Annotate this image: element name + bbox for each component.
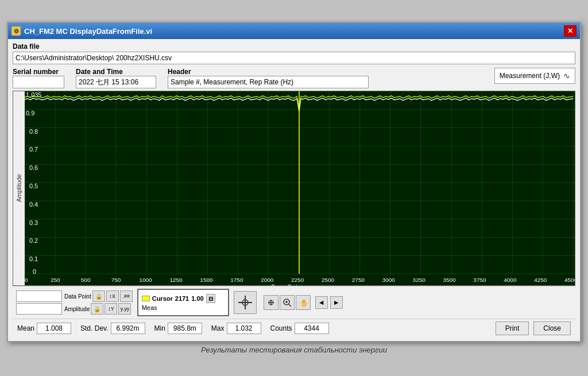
svg-text:1000: 1000	[140, 277, 153, 283]
header-field: Header	[168, 68, 369, 88]
max-value: 1.032	[227, 323, 261, 334]
max-label: Max	[211, 324, 225, 332]
amplitude-label: Amplitude	[64, 306, 90, 312]
mean-group: Mean 1.008	[17, 323, 71, 334]
svg-text:0: 0	[25, 277, 28, 283]
zoom-in-icon[interactable]	[280, 295, 295, 310]
crosshair-icon	[237, 294, 253, 311]
cursor-panel: Cursor 2171 1.00 ⊟ Meas	[137, 289, 229, 316]
close-window-button[interactable]: ✕	[564, 25, 577, 37]
cursor-meas: Meas	[142, 304, 225, 311]
data-file-section: Data file	[13, 42, 575, 64]
svg-text:2000: 2000	[261, 277, 274, 283]
svg-text:2250: 2250	[291, 277, 304, 283]
svg-rect-0	[25, 91, 575, 285]
std-dev-group: Std. Dev. 6.992m	[80, 323, 145, 334]
scroll-right-button[interactable]: ►	[330, 296, 343, 309]
data-point-input[interactable]	[16, 290, 62, 302]
min-value: 985.8m	[168, 323, 202, 334]
data-file-input[interactable]	[13, 52, 575, 64]
format-x-icon[interactable]: .##	[120, 290, 133, 302]
svg-text:0.8: 0.8	[29, 128, 38, 135]
svg-text:4250: 4250	[534, 277, 547, 283]
measurement-button[interactable]: Measurement (J,W) ∿	[494, 68, 575, 84]
zoom-row: ✋	[264, 295, 311, 310]
cursor-x-icon[interactable]: ↕X	[106, 290, 119, 302]
cursor-meas-label: Meas	[142, 304, 157, 311]
mean-label: Mean	[17, 324, 34, 332]
data-file-label: Data file	[13, 42, 575, 51]
print-button[interactable]: Print	[496, 321, 529, 335]
cursor-tool-icon[interactable]	[264, 295, 278, 310]
app-icon: ⚙	[11, 26, 21, 36]
cursor-header: Cursor 2171 1.00 ⊟	[142, 294, 225, 303]
amplitude-row: Amplitude 🔒 ↕Y y.yy	[16, 303, 133, 315]
svg-text:✋: ✋	[300, 299, 308, 307]
lock-icon-y[interactable]: 🔒	[91, 303, 103, 315]
title-bar-left: ⚙ CH_FM2 MC DisplayDataFromFile.vi	[11, 26, 152, 36]
close-button[interactable]: Close	[533, 321, 571, 335]
cursor-label: Cursor	[152, 295, 173, 302]
svg-text:0.2: 0.2	[29, 237, 38, 244]
hand-tool-icon[interactable]: ✋	[296, 295, 311, 310]
axis-controls: Data Point 🔒 ↕X .## Amplitude 🔒 ↕Y y.yy	[16, 290, 133, 315]
format-y-icon[interactable]: y.yy	[118, 303, 131, 315]
max-group: Max 1.032	[211, 323, 261, 334]
mean-value: 1.008	[37, 323, 71, 334]
svg-text:4000: 4000	[504, 277, 517, 283]
svg-text:2750: 2750	[352, 277, 365, 283]
amplitude-input[interactable]	[16, 303, 62, 315]
cursor-x-value: 2171	[175, 295, 189, 302]
stats-bar: Mean 1.008 Std. Dev. 6.992m Min 985.8m M…	[13, 319, 575, 338]
chart-inner[interactable]: 1.035 0.9 0.8 0.7 0.6 0.5 0.4 0.3 0.2 0.…	[25, 91, 575, 285]
scroll-left-button[interactable]: ◄	[315, 296, 328, 309]
measurement-section: Measurement (J,W) ∿	[494, 68, 575, 84]
crosshair-button[interactable]	[234, 291, 257, 314]
svg-text:3500: 3500	[443, 277, 456, 283]
svg-text:3000: 3000	[382, 277, 396, 283]
cursor-color-indicator	[142, 296, 150, 301]
measurement-label: Measurement (J,W)	[500, 72, 560, 80]
header-label: Header	[168, 68, 369, 76]
min-group: Min 985.8m	[154, 323, 202, 334]
cursor-scroll-icon[interactable]: ⊟	[206, 294, 215, 303]
footer-text: Результаты тестирования стабильности эне…	[201, 346, 387, 354]
data-point-row: Data Point 🔒 ↕X .##	[16, 290, 133, 302]
counts-label: Counts	[270, 324, 292, 332]
date-time-input[interactable]	[76, 76, 156, 88]
svg-text:3750: 3750	[473, 277, 486, 283]
header-input[interactable]	[168, 76, 369, 88]
data-point-label: Data Point	[64, 293, 91, 300]
date-time-label: Date and Time	[76, 68, 156, 76]
svg-text:0.5: 0.5	[29, 183, 38, 189]
date-time-field: Date and Time	[76, 68, 156, 88]
main-window: ⚙ CH_FM2 MC DisplayDataFromFile.vi ✕ Dat…	[7, 22, 581, 342]
svg-text:2500: 2500	[322, 277, 335, 283]
arrow-controls: ◄ ►	[315, 296, 343, 309]
title-bar: ⚙ CH_FM2 MC DisplayDataFromFile.vi ✕	[8, 23, 580, 39]
chart-container: Amplitude	[13, 91, 575, 286]
svg-text:Data Point: Data Point	[271, 284, 304, 285]
serial-number-input[interactable]	[13, 76, 64, 88]
svg-text:1750: 1750	[230, 277, 243, 283]
cursor-y-icon[interactable]: ↕Y	[105, 303, 117, 315]
cursor-y-value: 1.00	[191, 295, 203, 302]
svg-text:0.3: 0.3	[29, 219, 38, 226]
svg-text:0: 0	[33, 268, 36, 275]
svg-text:0.4: 0.4	[29, 201, 38, 208]
meta-row: Serial number Date and Time Header Measu…	[13, 68, 575, 88]
svg-text:1250: 1250	[169, 277, 183, 283]
window-title: CH_FM2 MC DisplayDataFromFile.vi	[24, 27, 152, 36]
counts-value: 4344	[295, 323, 329, 334]
chart-svg: 1.035 0.9 0.8 0.7 0.6 0.5 0.4 0.3 0.2 0.…	[25, 91, 575, 285]
serial-number-field: Serial number	[13, 68, 64, 88]
std-dev-value: 6.992m	[111, 323, 145, 334]
serial-number-label: Serial number	[13, 68, 64, 76]
y-axis-label: Amplitude	[13, 91, 25, 285]
svg-text:3250: 3250	[413, 277, 426, 283]
bottom-controls: Data Point 🔒 ↕X .## Amplitude 🔒 ↕Y y.yy …	[13, 286, 575, 319]
lock-icon-x[interactable]: 🔒	[92, 290, 105, 302]
content-area: Data file Serial number Date and Time He…	[8, 39, 580, 341]
svg-text:250: 250	[51, 277, 60, 283]
counts-group: Counts 4344	[270, 323, 329, 334]
